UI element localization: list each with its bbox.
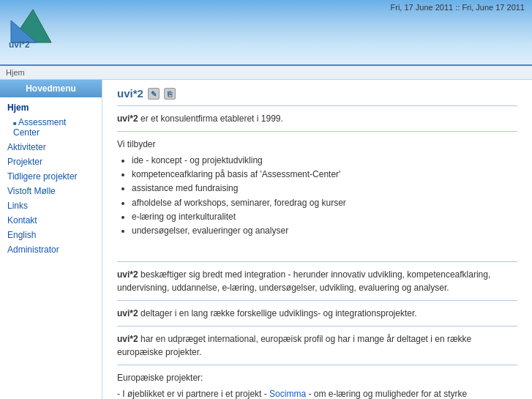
logo-area: uvi*2 uvi*2 [7, 6, 59, 50]
section-international: uvi*2 har en udpræget international, eur… [117, 332, 517, 359]
date-bar: Fri, 17 June 2011 :: Fri, June 17 2011 [391, 3, 525, 12]
sidebar-item-hjem[interactable]: Hjem [0, 100, 102, 115]
sidebar-item-administrator[interactable]: Administrator [0, 242, 102, 257]
section-european: Europæiske projekter: - I øjeblikket er … [117, 371, 517, 399]
list-item: e-læring og interkulturalitet [132, 210, 517, 224]
sidebar-item-english[interactable]: English [0, 228, 102, 242]
divider-4 [117, 300, 517, 301]
sidebar-item-tidligere[interactable]: Tidligere projekter [0, 169, 102, 184]
sidebar-item-vistoft[interactable]: Vistoft Mølle [0, 184, 102, 198]
divider-5 [117, 326, 517, 327]
menu-title: Hovedmenu [0, 80, 102, 97]
sidebar-item-projekter[interactable]: Projekter [0, 154, 102, 169]
list-item: ide - koncept - og projektudvikling [132, 154, 517, 168]
page-title: uvi*2 ✎ ⎘ [117, 87, 517, 100]
divider-3 [117, 261, 517, 262]
edit-icon[interactable]: ✎ [148, 88, 160, 100]
section-offer: Vi tilbyder ide - koncept - og projektud… [117, 138, 517, 238]
divider-1 [117, 105, 517, 106]
layout: Hovedmenu Hjem Assessment Center Aktivit… [0, 80, 532, 399]
date-text: Fri, 17 June 2011 :: Fri, June 17 2011 [391, 3, 525, 12]
main-content: uvi*2 ✎ ⎘ uvi*2 er et konsulentfirma eta… [102, 80, 532, 399]
copy-icon[interactable]: ⎘ [164, 88, 176, 100]
sidebar-item-assessment[interactable]: Assessment Center [0, 115, 102, 140]
european-heading: Europæiske projekter: [117, 373, 203, 383]
sidebar-item-kontakt[interactable]: Kontakt [0, 213, 102, 228]
section-deltager: uvi*2 deltager i en lang række forskelli… [117, 307, 517, 320]
section-integration: uvi*2 beskæftiger sig bredt med integrat… [117, 268, 517, 294]
sidebar-item-aktiviteter[interactable]: Aktiviteter [0, 140, 102, 154]
list-item: undersøgelser, evalueringer og analyser [132, 224, 517, 238]
sidebar-item-links[interactable]: Links [0, 198, 102, 213]
spacer-1 [117, 244, 517, 256]
list-item: assistance med fundraising [132, 182, 517, 195]
list-item: kompetenceafklaring på basis af 'Assessm… [132, 168, 517, 182]
menu-items: Hjem Assessment Center Aktiviteter Proje… [0, 97, 102, 260]
section-intro: uvi*2 er et konsulentfirma etableret i 1… [117, 112, 517, 125]
offer-heading: Vi tilbyder [117, 138, 517, 151]
offer-list: ide - koncept - og projektudvikling komp… [132, 154, 517, 238]
breadcrumb: Hjem [0, 66, 532, 80]
breadcrumb-home[interactable]: Hjem [6, 68, 25, 77]
divider-2 [117, 131, 517, 132]
sidebar: Hovedmenu Hjem Assessment Center Aktivit… [0, 80, 102, 399]
header: Fri, 17 June 2011 :: Fri, June 17 2011 u… [0, 0, 532, 66]
socimma-link[interactable]: Socimma [269, 389, 306, 399]
divider-6 [117, 365, 517, 365]
list-item: afholdelse af workshops, seminarer, fore… [132, 196, 517, 210]
